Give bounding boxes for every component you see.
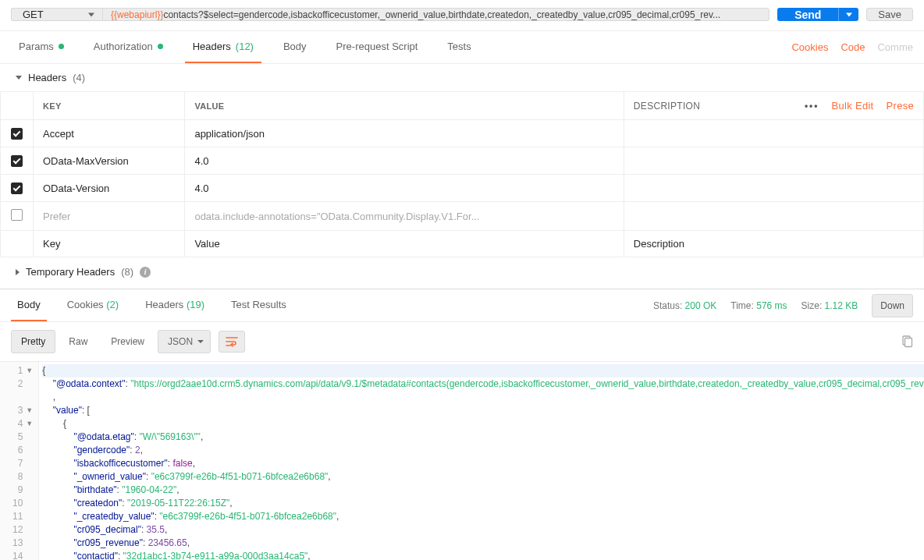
url-input[interactable]: {{webapiurl}}contacts?$select=gendercode… [102,8,769,21]
header-value-cell[interactable]: 4.0 [185,147,624,175]
row-checkbox[interactable] [11,128,23,140]
active-dot-icon [158,44,163,49]
header-key-cell[interactable]: Prefer [34,202,185,231]
row-checkbox[interactable] [11,209,23,221]
tab-params[interactable]: Params [11,31,72,63]
info-icon[interactable]: i [140,267,151,278]
headers-section-toggle[interactable]: Headers (4) [0,64,924,91]
request-tabs-right: Cookies Code Comme [791,41,913,53]
resp-tab-cookies[interactable]: Cookies (2) [61,289,125,321]
header-value-cell[interactable]: Value [185,231,624,257]
header-desc-cell[interactable] [624,175,923,202]
format-select[interactable]: JSON [158,330,211,353]
header-value-cell[interactable]: odata.include-annotations="OData.Communi… [185,202,624,231]
request-bar: GET {{webapiurl}}contacts?$select=gender… [0,0,924,31]
code-content[interactable]: { "@odata.context": "https://orgd2aae10d… [39,362,924,560]
row-checkbox[interactable] [11,183,23,194]
tab-authorization[interactable]: Authorization [86,31,171,63]
resp-tab-body[interactable]: Body [11,289,47,321]
cookies-link[interactable]: Cookies [791,41,828,53]
header-key-cell[interactable]: Key [34,231,185,257]
header-value-cell[interactable]: application/json [185,120,624,147]
active-dot-icon [59,44,64,49]
copy-icon[interactable] [901,335,913,348]
header-desc-cell[interactable] [624,147,923,175]
headers-table: KEY VALUE DESCRIPTION ••• Bulk Edit Pres… [0,91,924,257]
col-description: DESCRIPTION ••• Bulk Edit Prese [624,92,923,120]
header-desc-cell[interactable] [624,202,923,231]
header-key-cell[interactable]: Accept [34,120,185,147]
bulk-edit-link[interactable]: Bulk Edit [832,100,874,112]
download-button[interactable]: Down [872,294,913,317]
tab-prerequest[interactable]: Pre-request Script [329,31,426,63]
table-row: OData-Version4.0 [1,175,924,202]
header-key-cell[interactable]: OData-Version [34,175,185,202]
request-tabs: Params Authorization Headers (12) Body P… [0,31,924,64]
table-row: OData-MaxVersion4.0 [1,147,924,175]
presets-link[interactable]: Prese [887,100,914,112]
send-button[interactable]: Send [777,8,838,21]
response-toolbar: Pretty Raw Preview JSON [0,321,924,362]
table-row: Preferodata.include-annotations="OData.C… [1,202,924,231]
resp-tab-testresults[interactable]: Test Results [225,289,293,321]
header-key-cell[interactable]: OData-MaxVersion [34,147,185,175]
header-desc-cell[interactable] [624,120,923,147]
tab-body[interactable]: Body [275,31,315,63]
chevron-right-icon [16,269,20,275]
tab-headers[interactable]: Headers (12) [185,31,261,63]
send-dropdown[interactable] [838,8,858,21]
code-link[interactable]: Code [840,41,865,53]
response-tabs: Body Cookies (2) Headers (19) Test Resul… [0,289,924,321]
response-body: 1▼2 3▼4▼5678910111213141516 { "@odata.co… [0,362,924,560]
row-checkbox[interactable] [11,155,23,167]
comments-link[interactable]: Comme [877,41,913,53]
wrap-icon [226,336,238,347]
col-value: VALUE [185,92,624,120]
header-value-cell[interactable]: 4.0 [185,175,624,202]
url-path: contacts?$select=gendercode,isbackoffice… [163,9,720,20]
resp-tab-headers[interactable]: Headers (19) [139,289,211,321]
pretty-view-button[interactable]: Pretty [11,330,55,353]
more-options-icon[interactable]: ••• [805,101,819,112]
col-checkbox [1,92,34,120]
svg-rect-1 [905,338,912,347]
wrap-lines-button[interactable] [219,331,245,353]
raw-view-button[interactable]: Raw [59,330,98,353]
chevron-down-icon [16,76,22,80]
preview-view-button[interactable]: Preview [101,330,155,353]
table-row: Acceptapplication/json [1,120,924,147]
tab-tests[interactable]: Tests [439,31,478,63]
col-key: KEY [34,92,185,120]
temporary-headers-toggle[interactable]: Temporary Headers (8) i [0,257,924,289]
save-button[interactable]: Save [866,8,913,21]
url-variable: {{webapiurl}} [111,9,163,20]
table-row: KeyValueDescription [1,231,924,257]
header-desc-cell[interactable]: Description [624,231,923,257]
line-gutter: 1▼2 3▼4▼5678910111213141516 [0,362,39,560]
method-select[interactable]: GET [11,8,102,21]
response-meta: Status: 200 OK Time: 576 ms Size: 1.12 K… [653,294,913,317]
